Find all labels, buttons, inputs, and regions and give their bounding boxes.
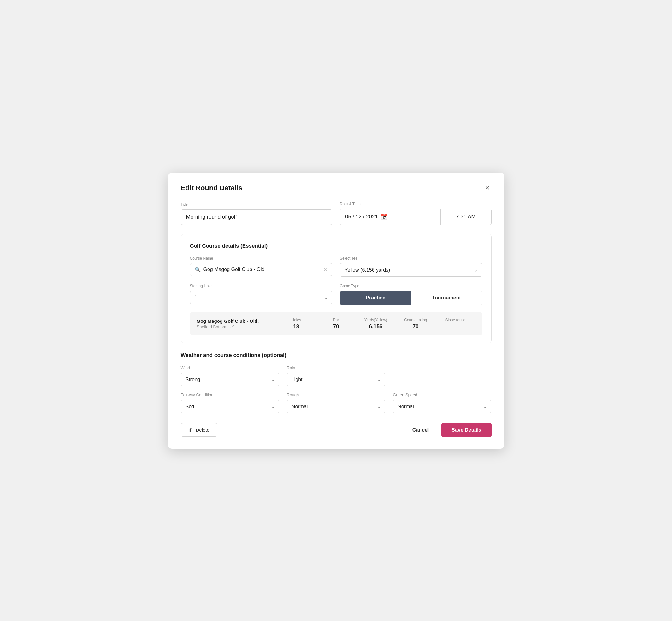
select-tee-dropdown[interactable]: Yellow (6,156 yards) White Red Blue (340, 263, 482, 277)
slope-rating-label: Slope rating (435, 318, 475, 322)
rough-group: Rough Short Normal Long ⌄ (287, 392, 385, 413)
tournament-button[interactable]: Tournament (411, 291, 482, 305)
rain-dropdown[interactable]: None Light Moderate Heavy (287, 373, 385, 386)
course-info-location: Shelford Bottom, UK (197, 324, 277, 329)
save-details-button[interactable]: Save Details (442, 423, 491, 437)
course-info-row: Gog Magog Golf Club - Old, Shelford Bott… (190, 312, 482, 335)
course-rating-value: 70 (395, 323, 435, 330)
clear-icon[interactable]: ✕ (323, 266, 328, 273)
course-rating-label: Course rating (395, 318, 435, 322)
yards-stat: Yards(Yellow) 6,156 (356, 318, 395, 330)
green-speed-dropdown[interactable]: Slow Normal Fast (393, 400, 491, 413)
course-name-label: Course Name (190, 256, 333, 261)
fairway-rough-green-row: Fairway Conditions Soft Normal Hard ⌄ Ro… (181, 392, 492, 413)
par-value: 70 (316, 323, 356, 330)
starting-hole-wrapper: 1234 5678 910 ⌄ (190, 291, 333, 304)
course-section-title: Golf Course details (Essential) (190, 243, 482, 249)
holes-label: Holes (277, 318, 316, 322)
game-type-label: Game Type (340, 284, 482, 288)
time-value: 7:31 AM (456, 214, 475, 220)
starting-hole-label: Starting Hole (190, 284, 333, 288)
title-label: Title (181, 202, 333, 207)
fairway-select-wrapper: Soft Normal Hard ⌄ (181, 400, 279, 413)
select-tee-wrapper: Yellow (6,156 yards) White Red Blue ⌄ (340, 263, 482, 277)
date-value: 05 / 12 / 2021 (345, 214, 378, 220)
starting-hole-game-type-row: Starting Hole 1234 5678 910 ⌄ Game Type … (190, 284, 482, 305)
course-section: Golf Course details (Essential) Course N… (181, 234, 492, 343)
date-time-inputs: 05 / 12 / 2021 📅 7:31 AM (340, 209, 492, 225)
time-field[interactable]: 7:31 AM (441, 209, 491, 225)
course-rating-stat: Course rating 70 (395, 318, 435, 330)
close-button[interactable]: × (484, 184, 492, 192)
footer-right: Cancel Save Details (407, 423, 492, 437)
wind-dropdown[interactable]: None Light Moderate Strong Very Strong (181, 373, 279, 386)
fairway-dropdown[interactable]: Soft Normal Hard (181, 400, 279, 413)
green-speed-select-wrapper: Slow Normal Fast ⌄ (393, 400, 491, 413)
slope-rating-value: - (435, 323, 475, 330)
title-datetime-row: Title Date & Time 05 / 12 / 2021 📅 7:31 … (181, 202, 492, 225)
title-input[interactable] (181, 209, 333, 225)
wind-rain-row: Wind None Light Moderate Strong Very Str… (181, 365, 492, 386)
date-field[interactable]: 05 / 12 / 2021 📅 (340, 209, 441, 225)
rain-select-wrapper: None Light Moderate Heavy ⌄ (287, 373, 385, 386)
slope-rating-stat: Slope rating - (435, 318, 475, 330)
rough-dropdown[interactable]: Short Normal Long (287, 400, 385, 413)
course-info-name-group: Gog Magog Golf Club - Old, Shelford Bott… (197, 318, 277, 329)
date-time-field-group: Date & Time 05 / 12 / 2021 📅 7:31 AM (340, 202, 492, 225)
select-tee-group: Select Tee Yellow (6,156 yards) White Re… (340, 256, 482, 277)
footer-row: 🗑 Delete Cancel Save Details (181, 423, 492, 437)
modal-title: Edit Round Details (181, 184, 243, 192)
course-name-group: Course Name 🔍 ✕ (190, 256, 333, 277)
title-field-group: Title (181, 202, 333, 225)
date-time-label: Date & Time (340, 202, 492, 206)
fairway-group: Fairway Conditions Soft Normal Hard ⌄ (181, 392, 279, 413)
yards-label: Yards(Yellow) (356, 318, 395, 322)
edit-round-modal: Edit Round Details × Title Date & Time 0… (168, 173, 504, 449)
rain-group: Rain None Light Moderate Heavy ⌄ (287, 365, 385, 386)
search-icon: 🔍 (195, 266, 201, 273)
game-type-group: Game Type Practice Tournament (340, 284, 482, 305)
practice-button[interactable]: Practice (340, 291, 411, 305)
course-name-input[interactable] (204, 266, 321, 272)
holes-stat: Holes 18 (277, 318, 316, 330)
weather-section-title: Weather and course conditions (optional) (181, 352, 492, 359)
wind-group: Wind None Light Moderate Strong Very Str… (181, 365, 279, 386)
course-name-search-wrapper: 🔍 ✕ (190, 263, 333, 276)
fairway-label: Fairway Conditions (181, 392, 279, 397)
wind-label: Wind (181, 365, 279, 370)
starting-hole-group: Starting Hole 1234 5678 910 ⌄ (190, 284, 333, 305)
par-stat: Par 70 (316, 318, 356, 330)
trash-icon: 🗑 (189, 427, 194, 432)
course-name-tee-row: Course Name 🔍 ✕ Select Tee Yellow (6,156… (190, 256, 482, 277)
green-speed-label: Green Speed (393, 392, 491, 397)
cancel-button[interactable]: Cancel (407, 423, 434, 437)
par-label: Par (316, 318, 356, 322)
delete-label: Delete (196, 427, 209, 432)
game-type-toggle: Practice Tournament (340, 291, 482, 305)
holes-value: 18 (277, 323, 316, 330)
delete-button[interactable]: 🗑 Delete (181, 423, 217, 437)
wind-select-wrapper: None Light Moderate Strong Very Strong ⌄ (181, 373, 279, 386)
rough-select-wrapper: Short Normal Long ⌄ (287, 400, 385, 413)
rain-label: Rain (287, 365, 385, 370)
select-tee-label: Select Tee (340, 256, 482, 261)
weather-section: Weather and course conditions (optional)… (181, 352, 492, 413)
green-speed-group: Green Speed Slow Normal Fast ⌄ (393, 392, 491, 413)
rough-label: Rough (287, 392, 385, 397)
course-info-name: Gog Magog Golf Club - Old, (197, 318, 277, 324)
yards-value: 6,156 (356, 323, 395, 330)
starting-hole-dropdown[interactable]: 1234 5678 910 (190, 291, 333, 304)
modal-header: Edit Round Details × (181, 184, 492, 192)
calendar-icon: 📅 (380, 213, 387, 220)
